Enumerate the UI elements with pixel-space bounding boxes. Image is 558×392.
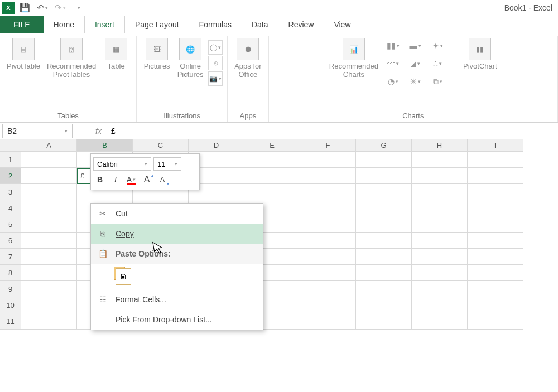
- tab-page-layout[interactable]: Page Layout: [125, 16, 189, 33]
- cell[interactable]: [300, 216, 356, 233]
- cell[interactable]: [300, 200, 356, 216]
- context-cut[interactable]: ✂ Cut: [91, 204, 263, 224]
- cell[interactable]: [356, 281, 412, 297]
- cell[interactable]: [300, 281, 356, 297]
- bold-button[interactable]: B: [93, 173, 107, 186]
- rowhead-11[interactable]: 11: [0, 313, 21, 330]
- cell[interactable]: [468, 184, 523, 200]
- shapes-icon[interactable]: ◯▾: [208, 40, 223, 55]
- context-pick-from-list[interactable]: Pick From Drop-down List...: [91, 309, 263, 330]
- save-icon[interactable]: 💾: [19, 2, 30, 13]
- cell[interactable]: [468, 313, 523, 330]
- colhead-B[interactable]: B: [77, 139, 133, 152]
- cell[interactable]: [412, 265, 468, 281]
- context-paste-default[interactable]: 🗎: [91, 264, 263, 289]
- cell[interactable]: [356, 265, 412, 281]
- cell[interactable]: [412, 297, 468, 313]
- cell[interactable]: [21, 200, 77, 216]
- cell[interactable]: [468, 233, 523, 249]
- cell[interactable]: [21, 184, 77, 200]
- increase-font-size-button[interactable]: A▴: [140, 173, 153, 186]
- name-box[interactable]: B2 ▾: [2, 124, 73, 138]
- cell[interactable]: [300, 249, 356, 265]
- cell[interactable]: [468, 216, 523, 233]
- cell[interactable]: [356, 313, 412, 330]
- cell[interactable]: [412, 200, 468, 216]
- cell[interactable]: [356, 249, 412, 265]
- cell[interactable]: [356, 152, 412, 168]
- combo-chart-icon[interactable]: ⧉▾: [427, 74, 448, 89]
- colhead-H[interactable]: H: [412, 139, 468, 152]
- rowhead-6[interactable]: 6: [0, 233, 21, 249]
- colhead-F[interactable]: F: [300, 139, 356, 152]
- tab-home[interactable]: Home: [44, 16, 84, 33]
- online-pictures-button[interactable]: 🌐 Online Pictures: [175, 36, 206, 81]
- rowhead-2[interactable]: 2: [0, 168, 21, 184]
- rowhead-8[interactable]: 8: [0, 265, 21, 281]
- pictures-button[interactable]: 🖼 Pictures: [141, 36, 172, 73]
- cell[interactable]: [412, 184, 468, 200]
- colhead-D[interactable]: D: [189, 139, 244, 152]
- rowhead-10[interactable]: 10: [0, 297, 21, 313]
- cell[interactable]: [412, 152, 468, 168]
- recommended-charts-button[interactable]: 📊 Recommended Charts: [327, 36, 381, 81]
- cell[interactable]: [300, 313, 356, 330]
- italic-button[interactable]: I: [109, 173, 122, 186]
- tab-formulas[interactable]: Formulas: [189, 16, 242, 33]
- rowhead-4[interactable]: 4: [0, 200, 21, 216]
- apps-for-office-button[interactable]: ⬢ Apps for Office: [232, 36, 263, 81]
- bar-chart-icon[interactable]: ▬▾: [405, 38, 425, 54]
- screenshot-icon[interactable]: 📷▾: [208, 71, 223, 86]
- pivotchart-button[interactable]: ▮▮ PivotChart: [461, 36, 499, 73]
- rowhead-9[interactable]: 9: [0, 281, 21, 297]
- cell[interactable]: [21, 216, 77, 233]
- cell[interactable]: [356, 216, 412, 233]
- decrease-font-size-button[interactable]: A▾: [156, 173, 169, 186]
- font-family-selector[interactable]: Calibri▾: [93, 157, 151, 171]
- cell[interactable]: [21, 249, 77, 265]
- cell[interactable]: [468, 152, 523, 168]
- cell[interactable]: [356, 233, 412, 249]
- tab-data[interactable]: Data: [242, 16, 278, 33]
- cell[interactable]: [21, 265, 77, 281]
- rowhead-5[interactable]: 5: [0, 216, 21, 233]
- rowhead-7[interactable]: 7: [0, 249, 21, 265]
- cell[interactable]: [412, 216, 468, 233]
- cell[interactable]: [300, 233, 356, 249]
- tab-file[interactable]: FILE: [0, 16, 44, 33]
- colhead-A[interactable]: A: [21, 139, 77, 152]
- cell[interactable]: [300, 297, 356, 313]
- select-all-corner[interactable]: [0, 139, 21, 152]
- redo-icon[interactable]: ↷▾: [55, 2, 66, 13]
- stock-chart-icon[interactable]: ✦▾: [427, 38, 448, 54]
- cell[interactable]: [300, 168, 356, 184]
- cell[interactable]: [300, 184, 356, 200]
- cell[interactable]: [412, 233, 468, 249]
- cell[interactable]: [468, 265, 523, 281]
- cell[interactable]: [356, 168, 412, 184]
- cell[interactable]: [468, 200, 523, 216]
- table-button[interactable]: ▦ Table: [100, 36, 132, 73]
- cell[interactable]: [21, 168, 77, 184]
- context-format-cells[interactable]: ☷ Format Cells...: [91, 289, 263, 309]
- tab-view[interactable]: View: [324, 16, 360, 33]
- colhead-C[interactable]: C: [133, 139, 189, 152]
- cell[interactable]: [21, 152, 77, 168]
- tab-review[interactable]: Review: [278, 16, 324, 33]
- cell[interactable]: [412, 249, 468, 265]
- rowhead-1[interactable]: 1: [0, 152, 21, 168]
- cell[interactable]: [468, 168, 523, 184]
- cell[interactable]: [244, 184, 300, 200]
- font-color-button[interactable]: A▾: [124, 173, 138, 186]
- cell[interactable]: [468, 297, 523, 313]
- name-box-dropdown-icon[interactable]: ▾: [65, 128, 68, 134]
- radar-chart-icon[interactable]: ✳▾: [405, 74, 425, 89]
- cell[interactable]: [244, 152, 300, 168]
- pie-chart-icon[interactable]: ◔▾: [383, 74, 403, 89]
- context-copy[interactable]: ⎘ Copy: [91, 224, 263, 244]
- cell[interactable]: [300, 152, 356, 168]
- cell[interactable]: [412, 168, 468, 184]
- colhead-I[interactable]: I: [468, 139, 523, 152]
- qat-customize-icon[interactable]: ▾: [73, 2, 84, 13]
- colhead-G[interactable]: G: [356, 139, 412, 152]
